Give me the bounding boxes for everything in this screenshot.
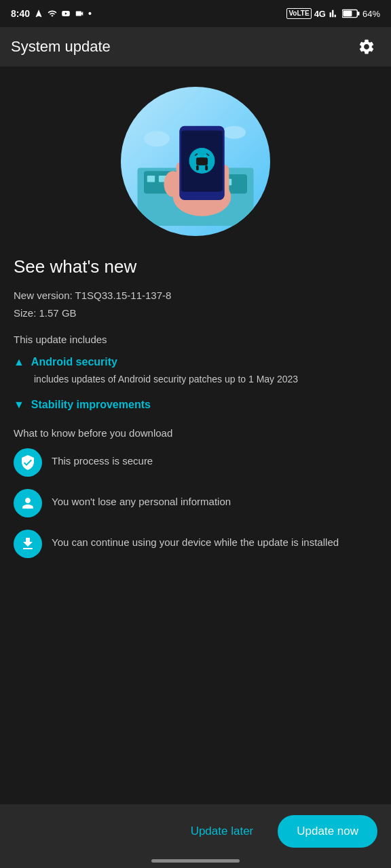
dot-indicator: • (88, 8, 92, 19)
svg-point-12 (223, 126, 246, 139)
svg-rect-1 (358, 12, 360, 16)
svg-rect-6 (147, 176, 155, 182)
main-content: See what's new New version: T1SQ33.15-11… (0, 66, 391, 665)
youtube-icon (61, 9, 71, 18)
info-item-personal: You won't lose any personal information (14, 489, 377, 517)
nav-indicator (151, 859, 240, 863)
android-security-body: includes updates of Android security pat… (34, 372, 377, 391)
download-icon-circle (14, 530, 42, 558)
network-label: 4G (314, 9, 326, 19)
time-display: 8:40 (11, 8, 30, 19)
android-security-header[interactable]: ▲ Android security (14, 352, 377, 372)
app-bar-title: System update (11, 38, 111, 56)
stability-header[interactable]: ▼ Stability improvements (14, 395, 377, 415)
info-text-secure: This process is secure (52, 448, 153, 469)
update-now-button[interactable]: Update now (278, 815, 377, 848)
android-security-section: ▲ Android security includes updates of A… (14, 352, 377, 391)
version-label: New version: T1SQ33.15-11-137-8 (14, 287, 377, 304)
info-item-continue: You can continue using your device while… (14, 530, 377, 558)
info-item-secure: This process is secure (14, 448, 377, 477)
stability-title: Stability improvements (31, 399, 151, 411)
svg-rect-28 (205, 165, 208, 171)
info-text-continue: You can continue using your device while… (52, 530, 339, 551)
section-title: See what's new (14, 256, 377, 277)
battery-icon (342, 9, 360, 18)
android-security-title: Android security (31, 356, 117, 368)
svg-rect-22 (196, 157, 208, 165)
svg-point-23 (198, 155, 200, 158)
status-left: 8:40 • (11, 8, 92, 19)
version-info: New version: T1SQ33.15-11-137-8 Size: 1.… (14, 287, 377, 321)
expand-arrow-icon: ▲ (14, 356, 24, 368)
status-right: VoLTE 4G 64% (286, 8, 380, 19)
nav-icon (34, 9, 43, 18)
stability-section: ▼ Stability improvements (14, 395, 377, 415)
svg-point-18 (164, 171, 182, 197)
svg-rect-27 (196, 165, 199, 171)
download-icon (20, 536, 36, 552)
signal-bars-icon (329, 9, 339, 18)
illustration-container (14, 87, 377, 236)
svg-point-24 (204, 155, 206, 158)
status-bar: 8:40 • VoLTE 4G 64% (0, 0, 391, 27)
bottom-bar: Update later Update now (0, 804, 391, 868)
volte-badge: VoLTE (286, 8, 311, 19)
update-later-button[interactable]: Update later (180, 818, 265, 845)
phone-hand-illustration (134, 97, 257, 226)
video-icon (75, 9, 84, 18)
svg-point-11 (144, 131, 170, 146)
know-before-title: What to know before you download (14, 427, 377, 439)
info-text-personal: You won't lose any personal information (52, 489, 231, 510)
person-icon-circle (14, 489, 42, 517)
app-bar: System update (0, 27, 391, 66)
battery-percent: 64% (362, 9, 380, 19)
settings-button[interactable] (353, 33, 380, 60)
signal-a-icon (48, 9, 57, 18)
svg-rect-2 (343, 11, 352, 16)
person-icon (20, 495, 36, 511)
update-includes-label: This update includes (14, 334, 377, 345)
collapse-arrow-icon: ▼ (14, 399, 24, 411)
size-label: Size: 1.57 GB (14, 304, 377, 322)
shield-icon (20, 454, 36, 471)
shield-icon-circle (14, 448, 42, 477)
hero-illustration (121, 87, 270, 236)
gear-icon (358, 38, 375, 56)
